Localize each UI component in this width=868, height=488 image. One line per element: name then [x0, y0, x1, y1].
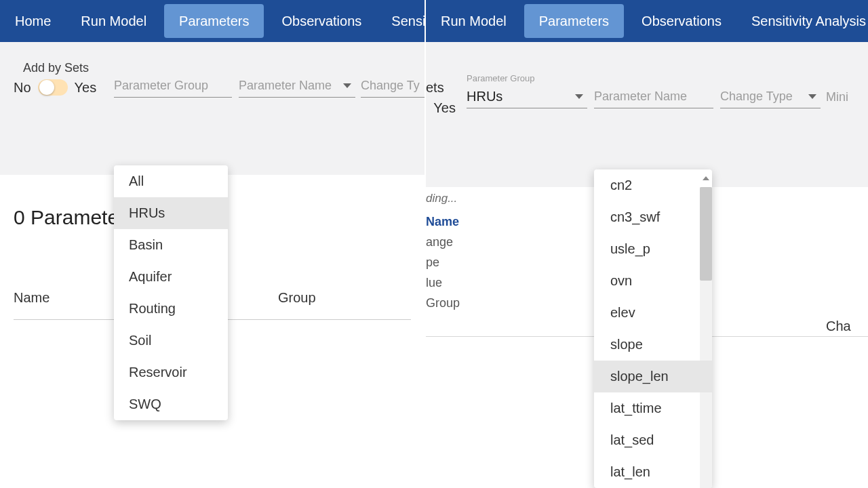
top-nav-left: Home Run Model Parameters Observations S…	[0, 0, 425, 42]
menu-item-cn2[interactable]: cn2	[594, 169, 712, 201]
th-group: Group	[278, 290, 411, 306]
loading-text: ding...	[426, 188, 460, 209]
partial-sort-column: ding... Name ange pe lue Group	[426, 188, 460, 313]
change-type-placeholder: Change Ty	[361, 79, 420, 93]
parameter-group-dropdown[interactable]: All HRUs Basin Aquifer Routing Soil Rese…	[114, 165, 228, 420]
parameter-name-placeholder-r: Parameter Name	[594, 89, 687, 104]
parameters-form-area-r: ets Yes Parameter Group HRUs Parameter N…	[426, 42, 868, 187]
nav-run-model[interactable]: Run Model	[66, 0, 161, 42]
menu-item-routing[interactable]: Routing	[114, 293, 228, 325]
nav-home[interactable]: Home	[0, 0, 66, 42]
chevron-down-icon	[808, 94, 816, 99]
nav-sensitivity-r[interactable]: Sensitivity Analysis	[736, 0, 868, 42]
parameter-group-placeholder: Parameter Group	[114, 79, 208, 93]
menu-item-aquifer[interactable]: Aquifer	[114, 261, 228, 293]
menu-item-slope-len[interactable]: slope_len	[594, 361, 712, 392]
parameter-name-placeholder: Parameter Name	[239, 79, 332, 93]
parameter-group-field-r[interactable]: Parameter Group HRUs	[467, 85, 587, 108]
change-type-field-r[interactable]: Change Type	[720, 85, 821, 108]
menu-item-lat-sed[interactable]: lat_sed	[594, 424, 712, 456]
chevron-down-icon	[343, 83, 351, 88]
menu-item-reservoir[interactable]: Reservoir	[114, 357, 228, 388]
menu-item-elev[interactable]: elev	[594, 297, 712, 329]
menu-item-usle-p[interactable]: usle_p	[594, 233, 712, 265]
partial-ets-label: ets	[426, 80, 444, 96]
top-nav-right: Run Model Parameters Observations Sensit…	[426, 0, 868, 42]
change-type-field[interactable]: Change Ty	[361, 75, 426, 98]
menu-item-soil[interactable]: Soil	[114, 325, 228, 357]
menu-item-lat-ttime[interactable]: lat_ttime	[594, 392, 712, 424]
toggle-knob	[39, 80, 54, 95]
min-field-r[interactable]: Mini	[826, 85, 867, 108]
toggle-yes-r: Yes	[426, 100, 456, 116]
nav-sensitivity[interactable]: Sensiti	[376, 0, 426, 42]
th-cha: Cha	[826, 319, 851, 334]
sort-ange: ange	[426, 232, 460, 252]
right-screenshot: Run Model Parameters Observations Sensit…	[426, 0, 868, 488]
sort-group: Group	[426, 293, 460, 313]
menu-item-hrus[interactable]: HRUs	[114, 197, 228, 229]
nav-observations-r[interactable]: Observations	[627, 0, 736, 42]
sort-pe: pe	[426, 252, 460, 272]
min-placeholder: Mini	[826, 90, 848, 104]
parameter-group-value: HRUs	[467, 89, 502, 104]
menu-item-lat-len[interactable]: lat_len	[594, 456, 712, 488]
parameter-name-dropdown[interactable]: cn2 cn3_swf usle_p ovn elev slope slope_…	[594, 169, 712, 488]
menu-item-slope[interactable]: slope	[594, 329, 712, 361]
change-type-placeholder-r: Change Type	[720, 89, 793, 104]
menu-item-cn3-swf[interactable]: cn3_swf	[594, 201, 712, 233]
chevron-down-icon	[575, 94, 583, 99]
parameters-form-area: Add by Sets No Yes Parameter Group Param…	[0, 42, 425, 175]
sort-name[interactable]: Name	[426, 211, 460, 232]
menu-item-basin[interactable]: Basin	[114, 229, 228, 261]
parameter-group-small-label: Parameter Group	[467, 73, 534, 83]
toggle-yes-label: Yes	[75, 80, 97, 96]
menu-item-all[interactable]: All	[114, 165, 228, 197]
parameter-group-field[interactable]: Parameter Group	[114, 75, 232, 98]
toggle-no-label: No	[14, 80, 31, 96]
parameter-name-field[interactable]: Parameter Name	[239, 75, 355, 98]
add-by-sets-toggle[interactable]	[38, 79, 68, 96]
nav-run-model-r[interactable]: Run Model	[426, 0, 521, 42]
left-screenshot: Home Run Model Parameters Observations S…	[0, 0, 426, 488]
parameter-name-field-r[interactable]: Parameter Name	[594, 85, 713, 108]
nav-observations[interactable]: Observations	[267, 0, 376, 42]
menu-item-ovn[interactable]: ovn	[594, 265, 712, 297]
add-by-sets-label: Add by Sets	[23, 61, 412, 75]
sort-lue: lue	[426, 272, 460, 293]
nav-parameters-r[interactable]: Parameters	[524, 4, 624, 38]
nav-parameters[interactable]: Parameters	[164, 4, 264, 38]
menu-item-swq[interactable]: SWQ	[114, 388, 228, 420]
